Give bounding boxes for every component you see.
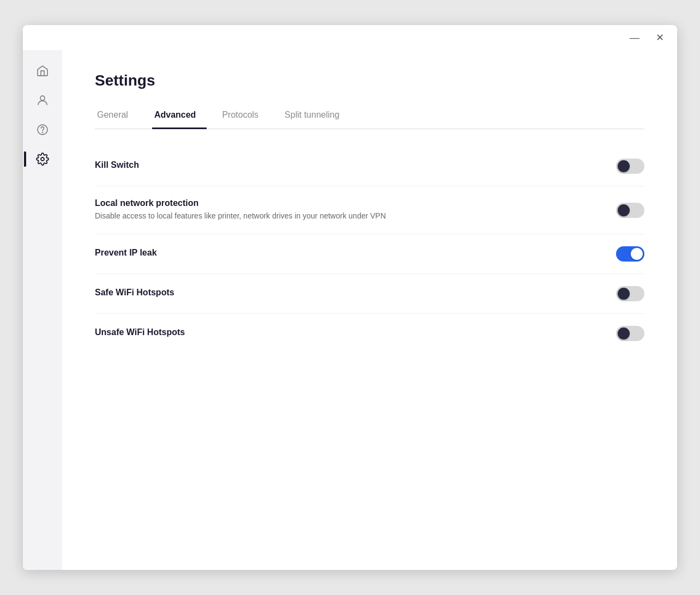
kill-switch-toggle[interactable] (616, 159, 644, 174)
tabs-bar: General Advanced Protocols Split tunneli… (95, 105, 644, 129)
local-network-thumb (618, 204, 630, 216)
help-icon (36, 123, 49, 136)
app-body: Settings General Advanced Protocols Spli… (23, 50, 677, 570)
sidebar-item-account[interactable] (31, 88, 55, 112)
settings-section: Kill Switch Local network protection Dis… (95, 147, 644, 353)
unsafe-wifi-toggle[interactable] (616, 326, 644, 341)
setting-info-local-network: Local network protection Disable access … (95, 198, 616, 222)
kill-switch-thumb (618, 160, 630, 172)
app-window: — ✕ (23, 25, 677, 570)
svg-point-2 (43, 132, 43, 133)
unsafe-wifi-label: Unsafe WiFi Hotspots (95, 327, 594, 337)
setting-row-unsafe-wifi: Unsafe WiFi Hotspots (95, 314, 644, 353)
local-network-toggle[interactable] (616, 203, 644, 218)
unsafe-wifi-thumb (618, 327, 630, 339)
svg-point-0 (40, 96, 45, 100)
kill-switch-label: Kill Switch (95, 160, 594, 170)
local-network-description: Disable access to local features like pr… (95, 210, 389, 222)
setting-info-unsafe-wifi: Unsafe WiFi Hotspots (95, 327, 616, 339)
sidebar (23, 50, 62, 570)
setting-info-safe-wifi: Safe WiFi Hotspots (95, 288, 616, 300)
sidebar-item-home[interactable] (31, 59, 55, 83)
tab-advanced[interactable]: Advanced (152, 105, 207, 129)
minimize-button[interactable]: — (626, 32, 643, 44)
titlebar: — ✕ (23, 25, 677, 50)
setting-row-kill-switch: Kill Switch (95, 147, 644, 186)
setting-row-local-network: Local network protection Disable access … (95, 186, 644, 234)
settings-icon (36, 153, 49, 166)
tab-protocols[interactable]: Protocols (220, 105, 269, 129)
setting-row-safe-wifi: Safe WiFi Hotspots (95, 274, 644, 314)
local-network-label: Local network protection (95, 198, 594, 208)
account-icon (36, 94, 49, 107)
svg-point-3 (41, 157, 44, 161)
prevent-ip-leak-label: Prevent IP leak (95, 248, 594, 258)
prevent-ip-leak-toggle[interactable] (616, 246, 644, 262)
sidebar-item-settings[interactable] (31, 147, 55, 171)
setting-row-prevent-ip-leak: Prevent IP leak (95, 234, 644, 274)
close-button[interactable]: ✕ (653, 32, 667, 44)
sidebar-item-help[interactable] (31, 118, 55, 142)
tab-general[interactable]: General (95, 105, 139, 129)
page-title: Settings (95, 72, 644, 89)
safe-wifi-toggle[interactable] (616, 286, 644, 301)
prevent-ip-leak-thumb (631, 248, 643, 260)
tab-split-tunneling[interactable]: Split tunneling (282, 105, 351, 129)
safe-wifi-thumb (618, 288, 630, 300)
home-icon (36, 64, 49, 77)
setting-info-kill-switch: Kill Switch (95, 160, 616, 172)
setting-info-prevent-ip-leak: Prevent IP leak (95, 248, 616, 260)
safe-wifi-label: Safe WiFi Hotspots (95, 288, 594, 298)
main-content: Settings General Advanced Protocols Spli… (62, 50, 677, 570)
